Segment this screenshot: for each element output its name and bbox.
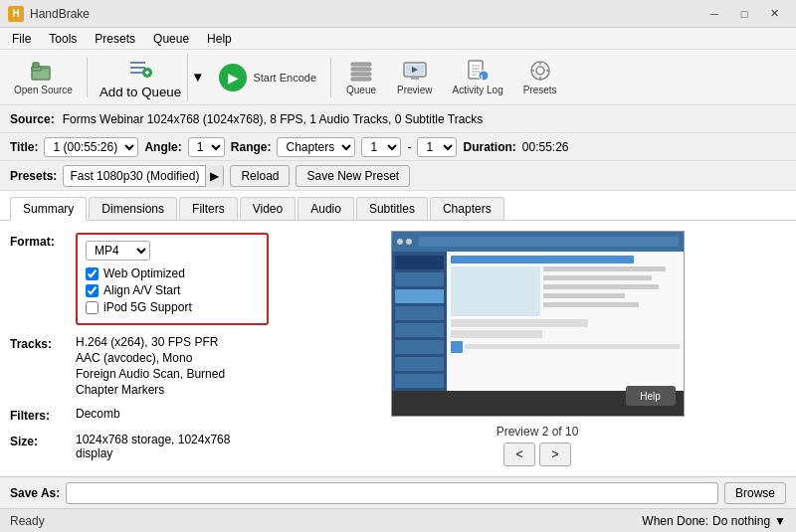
tracks-label: Tracks: [10,335,70,351]
source-value: Forms Webinar 1024x768 (1024x768), 8 FPS… [63,112,484,126]
open-source-button[interactable]: Open Source [6,54,81,101]
add-to-queue-dropdown[interactable]: ▼ [187,54,207,101]
preview-sidebar-item-4 [395,323,444,337]
svg-rect-11 [351,73,371,76]
add-to-queue-label: Add to Queue [100,85,181,99]
preview-sidebar-item-7 [395,374,444,388]
preview-text-1 [543,266,666,271]
close-button[interactable]: ✕ [760,4,788,24]
menu-tools[interactable]: Tools [41,30,85,48]
preview-content-bar-3 [451,330,542,338]
angle-select[interactable]: 1 [188,137,225,157]
preview-text-5 [543,302,638,307]
menu-help[interactable]: Help [199,30,240,48]
tab-video[interactable]: Video [240,197,296,220]
toolbar-separator-1 [87,58,88,97]
svg-text:i: i [481,73,483,82]
preview-nav-buttons: < > [503,443,571,466]
preview-url-bar [419,237,679,247]
preview-icon [403,59,427,83]
queue-button[interactable]: Queue [337,54,385,101]
filters-value: Decomb [76,407,120,421]
angle-label: Angle: [144,140,181,154]
preview-content-bar-2 [451,319,588,327]
menu-queue[interactable]: Queue [145,30,197,48]
preview-sidebar-item-2 [395,289,444,303]
title-row: Title: 1 (00:55:26) Angle: 1 Range: Chap… [0,133,796,161]
presets-label: Presets: [10,169,57,183]
preview-icon-1 [451,341,463,353]
preview-content-row [451,266,680,316]
preview-prev-button[interactable]: < [503,443,535,466]
range-type-select[interactable]: Chapters [277,137,355,157]
menu-file[interactable]: File [4,30,39,48]
activity-log-icon: i [466,59,490,83]
range-label: Range: [231,140,272,154]
preview-screen [392,232,684,391]
presets-dropdown-arrow[interactable]: ▶ [205,165,223,187]
preview-sidebar-item-3 [395,306,444,320]
presets-toolbar-label: Presets [523,85,557,95]
title-bar: H HandBrake ─ □ ✕ [0,0,796,28]
preview-screen-header [392,232,684,252]
source-label: Source: [10,112,55,126]
svg-rect-10 [351,68,371,71]
align-av-label: Align A/V Start [103,283,180,297]
when-done-container[interactable]: When Done: Do nothing ▼ [642,514,786,528]
tab-summary[interactable]: Summary [10,197,87,221]
preview-logo-area [395,256,444,269]
source-bar: Source: Forms Webinar 1024x768 (1024x768… [0,105,796,133]
save-as-input[interactable] [66,482,718,504]
align-av-checkbox[interactable] [86,284,99,297]
open-source-icon [31,59,55,83]
activity-log-button[interactable]: i Activity Log [445,54,511,101]
duration-value: 00:55:26 [522,140,569,154]
ipod-5g-checkbox[interactable] [86,301,99,314]
range-end-select[interactable]: 1 [417,137,457,157]
format-select[interactable]: MP4MKVWebM [86,241,150,261]
range-start-select[interactable]: 1 [361,137,401,157]
tab-filters[interactable]: Filters [179,197,238,220]
svg-point-26 [536,67,544,75]
tab-audio[interactable]: Audio [298,197,354,220]
size-label: Size: [10,433,70,448]
preview-button[interactable]: Preview [389,54,441,101]
format-box: MP4MKVWebM Web Optimized Align A/V Start [76,233,269,325]
preview-bar-sm [465,344,680,349]
minimize-button[interactable]: ─ [700,4,728,24]
open-source-label: Open Source [14,85,73,95]
toolbar-separator-2 [330,58,331,97]
svg-rect-8 [146,71,148,75]
menu-presets[interactable]: Presets [87,30,143,48]
start-encode-button[interactable]: ▶ Start Encode [211,60,324,95]
right-preview: Help Preview 2 of 10 < > [279,221,796,476]
presets-toolbar-button[interactable]: Presets [515,54,565,101]
preview-next-button[interactable]: > [539,443,571,466]
preview-label: Preview [397,85,433,95]
svg-rect-3 [130,62,145,64]
tab-subtitles[interactable]: Subtitles [356,197,428,220]
filters-label: Filters: [10,407,70,423]
save-new-preset-button[interactable]: Save New Preset [296,165,410,187]
preview-nav: Preview 2 of 10 < > [497,425,579,466]
maximize-button[interactable]: □ [730,4,758,24]
add-to-queue-group: Add to Queue ▼ [94,54,207,101]
svg-rect-2 [33,63,39,68]
tab-chapters[interactable]: Chapters [430,197,504,220]
track-item-0: H.264 (x264), 30 FPS PFR [76,335,269,349]
browse-button[interactable]: Browse [724,482,786,504]
queue-label: Queue [346,85,376,95]
format-row: Format: MP4MKVWebM Web Optimized Align A… [10,233,269,325]
web-optimized-checkbox[interactable] [86,267,99,280]
reload-button[interactable]: Reload [230,165,290,187]
left-form: Format: MP4MKVWebM Web Optimized Align A… [0,221,279,476]
presets-value-container: Fast 1080p30 (Modified) ▶ [63,165,224,187]
main-content: Summary Dimensions Filters Video Audio S… [0,191,796,476]
add-to-queue-button[interactable]: Add to Queue [94,54,187,101]
preview-content-text-area [543,266,679,316]
start-encode-label: Start Encode [253,72,316,84]
align-av-row: Align A/V Start [86,283,259,297]
when-done-arrow-icon: ▼ [774,514,786,528]
tab-dimensions[interactable]: Dimensions [89,197,177,220]
title-select[interactable]: 1 (00:55:26) [44,137,138,157]
